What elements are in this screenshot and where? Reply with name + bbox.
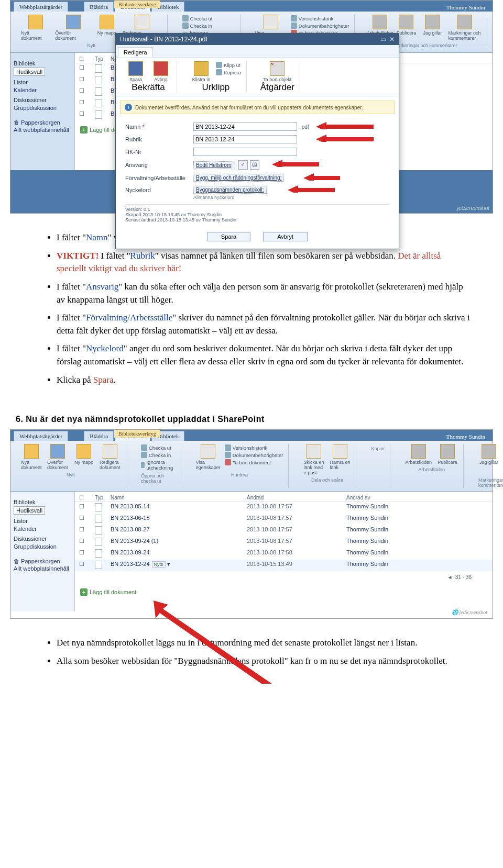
page-icon <box>95 549 102 558</box>
maximize-icon[interactable]: ▭ <box>380 36 386 43</box>
user-menu[interactable]: Thommy Sundin <box>442 3 489 12</box>
nav-heading-library: Bibliotek <box>14 60 71 66</box>
new-folder-button[interactable]: Ny mapp <box>73 444 94 470</box>
table-row[interactable]: ☐BN 2013-08-272013-10-08 17:57Thommy Sun… <box>75 525 493 537</box>
tab-edit[interactable]: Redigera <box>118 47 153 58</box>
nav-all-content[interactable]: Allt webbplatsinnehåll <box>14 126 71 133</box>
browse-people-icon[interactable]: 🕮 <box>250 160 259 170</box>
check-out[interactable]: Checka ut <box>141 444 176 451</box>
paste-button[interactable]: Klistra in <box>191 61 212 82</box>
nav-heading-discussions: Diskussioner <box>14 97 71 103</box>
forvaltning-picker[interactable]: Bygg, miljö och räddningsförvaltning; <box>193 174 284 182</box>
new-document-button[interactable]: Nytt dokument <box>21 444 42 470</box>
tags-button[interactable]: Märkningar och kommentarer <box>448 15 482 41</box>
rubrik-input[interactable] <box>193 135 297 143</box>
like-button[interactable]: Jag gillar <box>478 444 499 475</box>
view-properties-button[interactable]: Visa egenskaper <box>196 444 221 470</box>
nav-all-content[interactable]: Allt webbplatsinnehåll <box>14 565 71 572</box>
arrow-icon <box>316 135 374 142</box>
upload-document-button[interactable]: Överför dokument <box>47 444 68 470</box>
check-out[interactable]: Checka ut <box>182 15 235 22</box>
like-button[interactable]: Jag gillar <box>422 15 443 41</box>
nav-recycle-bin[interactable]: 🗑 Papperskorgen <box>14 558 71 565</box>
save-button[interactable]: Spara <box>207 232 250 241</box>
nav-hudiksvall[interactable]: Hudiksvall <box>14 68 45 76</box>
table-row[interactable]: ☐BN 2013-12-24Nytt! ▾2013-10-15 13:49Tho… <box>75 560 493 571</box>
discard-checkout[interactable]: Ignorera utcheckning <box>141 459 176 471</box>
new-badge: Nytt! <box>152 561 166 567</box>
table-row[interactable]: ☐BN 2013-09-24 (1)2013-10-08 17:57Thommy… <box>75 537 493 548</box>
svg-marker-2 <box>272 160 319 167</box>
edit-document-button[interactable]: Redigera dokument <box>100 444 121 470</box>
arrow-icon <box>316 122 374 129</box>
publish-button[interactable]: Publicera <box>437 444 458 465</box>
copy-item[interactable]: Kopiera <box>216 69 241 76</box>
plus-icon: + <box>80 588 88 596</box>
screenshot-upload-dialog: Webbplatsåtgärder Biblioteksverktyg Bläd… <box>10 0 493 214</box>
ribbon-tabs: Webbplatsåtgärder Biblioteksverktyg Bläd… <box>10 430 493 441</box>
instructions-list-1: I fältet "Namn" visas nu namnet på den f… <box>0 224 503 402</box>
add-document-link[interactable]: +Lägg till dokument <box>75 583 493 601</box>
name-input[interactable] <box>193 123 297 131</box>
cancel-button[interactable]: Avbryt <box>263 232 308 241</box>
page-icon <box>95 87 102 96</box>
instructions-list-2: Det nya nämndsprotokollet läggs nu in i … <box>0 629 503 683</box>
page-icon <box>95 64 102 73</box>
arrow-icon <box>303 173 340 181</box>
table-row[interactable]: ☐BN 2013-05-142013-10-08 17:57Thommy Sun… <box>75 502 493 514</box>
tab-browse[interactable]: Bläddra <box>84 431 114 441</box>
left-nav: Bibliotek Hudiksvall Listor Kalender Dis… <box>10 53 74 170</box>
cut-item[interactable]: Klipp ut <box>216 61 241 69</box>
email-link-button[interactable]: Skicka en länk med e-post <box>303 444 324 475</box>
workflows-button[interactable]: Arbetsflöden <box>405 444 432 465</box>
page-icon <box>95 99 102 107</box>
version-history[interactable]: Versionshistorik <box>291 15 349 22</box>
hknr-input[interactable] <box>193 148 297 156</box>
nav-calendar[interactable]: Kalender <box>14 86 71 94</box>
context-tab-label: Biblioteksverktyg <box>114 430 160 438</box>
svg-marker-3 <box>303 173 340 181</box>
nav-hudiksvall[interactable]: Hudiksvall <box>14 506 45 515</box>
table-row[interactable]: ☐BN 2013-09-242013-10-08 17:58Thommy Sun… <box>75 548 493 560</box>
nav-group-discussion[interactable]: Gruppdiskussion <box>14 543 71 550</box>
site-actions[interactable]: Webbplatsåtgärder <box>14 431 68 441</box>
nav-group-discussion[interactable]: Gruppdiskussion <box>14 104 71 112</box>
user-menu[interactable]: Thommy Sundin <box>442 432 489 441</box>
page-icon <box>95 515 102 523</box>
tab-browse[interactable]: Bläddra <box>84 2 114 12</box>
delete-object-button[interactable]: ✕Ta bort objekt <box>263 61 291 82</box>
pager[interactable]: ◄ 31 - 36 <box>75 571 493 583</box>
nyckelord-picker[interactable]: Byggnadsnämnden protokoll; <box>193 186 267 194</box>
ansvarig-picker[interactable]: Bodil Hellström; <box>193 161 235 169</box>
dialog-title: Hudiksvall - BN 2013-12-24.pdf <box>120 36 207 43</box>
watermark: jetScreenshot <box>457 205 489 211</box>
nav-recycle-bin[interactable]: 🗑 Papperskorgen <box>14 119 71 126</box>
upload-document-button[interactable]: Överför dokument <box>55 15 91 41</box>
doc-permissions[interactable]: Dokumentbehörigheter <box>291 22 349 29</box>
new-folder-button[interactable]: Ny mapp <box>96 15 117 41</box>
arrow-icon <box>288 185 335 193</box>
site-actions[interactable]: Webbplatsåtgärder <box>14 2 68 12</box>
dialog-cancel-button[interactable]: Avbryt <box>150 61 171 82</box>
doc-permissions[interactable]: Dokumentbehörigheter <box>225 451 283 459</box>
section-heading: 6. Nu är det nya nämndsprotokollet uppla… <box>16 415 503 424</box>
watermark: 🌐 jetScreenshot <box>452 609 487 615</box>
table-row[interactable]: ☐BN 2013-06-182013-10-08 17:57Thommy Sun… <box>75 514 493 525</box>
close-icon[interactable]: ✕ <box>389 36 395 43</box>
new-document-button[interactable]: Nytt dokument <box>21 15 50 41</box>
document-list: ☐TypNamnÄndradÄndrad av ☐BN 2013-05-1420… <box>74 492 493 611</box>
delete-document[interactable]: Ta bort dokument <box>225 459 283 466</box>
version-history[interactable]: Versionshistorik <box>225 444 283 451</box>
edit-properties-dialog: Hudiksvall - BN 2013-12-24.pdf ▭✕ Redige… <box>115 33 399 249</box>
page-icon <box>95 538 102 546</box>
dialog-save-button[interactable]: Spara <box>125 61 146 82</box>
check-names-icon[interactable]: ✓ <box>238 160 248 170</box>
arrow-icon <box>272 160 319 167</box>
ribbon-group-tags: Markeringar och kommentarer <box>394 43 457 48</box>
get-link-button[interactable]: Hämta en länk <box>330 444 351 475</box>
info-icon: i <box>125 104 132 111</box>
check-in[interactable]: Checka in <box>182 22 235 29</box>
check-in[interactable]: Checka in <box>141 451 176 459</box>
context-tab-label: Biblioteksverktyg <box>114 1 160 8</box>
nav-calendar[interactable]: Kalender <box>14 525 71 532</box>
